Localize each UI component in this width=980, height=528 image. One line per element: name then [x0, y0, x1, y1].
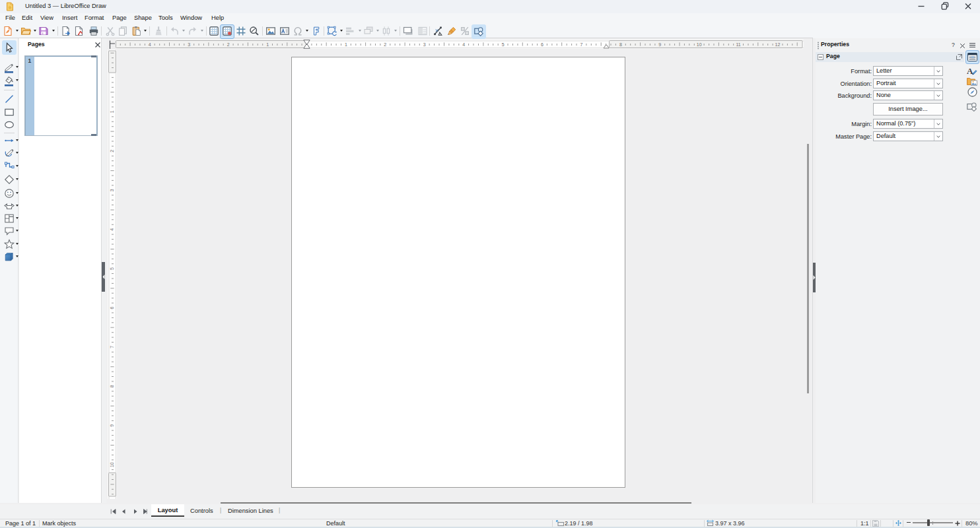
svg-text:9: 9 [110, 424, 114, 427]
svg-text:4: 4 [462, 42, 465, 47]
svg-text:4: 4 [149, 42, 151, 47]
svg-text:3: 3 [423, 42, 426, 47]
svg-text:2: 2 [227, 42, 230, 47]
svg-text:11: 11 [736, 42, 740, 47]
svg-text:3: 3 [110, 189, 114, 191]
svg-text:1: 1 [110, 110, 114, 113]
svg-text:4: 4 [110, 228, 114, 231]
svg-text:A: A [967, 66, 973, 75]
svg-text:8: 8 [619, 42, 622, 47]
svg-text:10: 10 [697, 42, 702, 47]
svg-text:5: 5 [502, 42, 505, 47]
svg-text:7: 7 [580, 42, 582, 47]
svg-text:5: 5 [110, 267, 114, 270]
svg-text:7: 7 [110, 346, 114, 348]
svg-text:2: 2 [110, 150, 114, 152]
svg-text:8: 8 [110, 385, 114, 387]
svg-text:3: 3 [188, 42, 190, 47]
svg-text:1: 1 [266, 42, 269, 47]
svg-text:6: 6 [110, 306, 114, 309]
svg-text:6: 6 [541, 42, 543, 47]
svg-text:12: 12 [775, 42, 781, 47]
svg-text:10: 10 [110, 462, 114, 467]
svg-text:9: 9 [658, 42, 661, 47]
svg-text:1: 1 [345, 42, 347, 47]
svg-text:2: 2 [384, 42, 386, 47]
